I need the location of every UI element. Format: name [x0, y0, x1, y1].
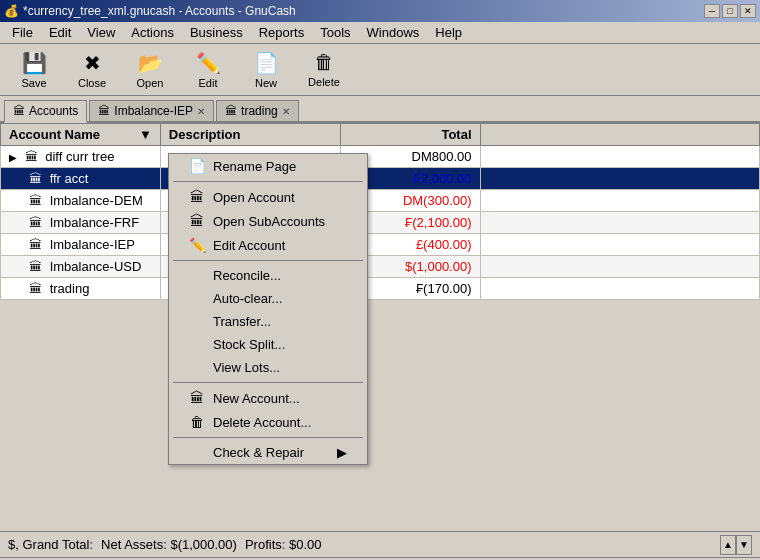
new-label: New	[255, 77, 277, 89]
context-menu-item[interactable]: 🏛Open Account	[169, 185, 367, 209]
extra-cell	[480, 278, 759, 300]
context-menu-item-label: Delete Account...	[213, 415, 311, 430]
context-menu-item-label: View Lots...	[213, 360, 280, 375]
profits-value: Profits: $0.00	[245, 537, 322, 552]
tab-trading[interactable]: 🏛 trading ✕	[216, 100, 299, 121]
account-name-cell: 🏛 ffr acct	[1, 168, 161, 190]
menu-business[interactable]: Business	[182, 23, 251, 42]
menu-view[interactable]: View	[79, 23, 123, 42]
expand-icon[interactable]: ▶	[9, 152, 17, 163]
account-name: Imbalance-USD	[50, 259, 142, 274]
context-menu-item-label: Auto-clear...	[213, 291, 282, 306]
tab-trading-label: trading	[241, 104, 278, 118]
delete-button[interactable]: 🗑 Delete	[296, 48, 352, 92]
context-menu-item[interactable]: 📄Rename Page	[169, 154, 367, 178]
tab-trading-close[interactable]: ✕	[282, 106, 290, 117]
context-menu-item[interactable]: Auto-clear...	[169, 287, 367, 310]
save-button[interactable]: 💾 Save	[6, 48, 62, 92]
open-button[interactable]: 📂 Open	[122, 48, 178, 92]
context-menu-item-label: Open Account	[213, 190, 295, 205]
scroll-controls: ▲ ▼	[720, 535, 752, 555]
context-menu-item[interactable]: 🏛Open SubAccounts	[169, 209, 367, 233]
context-menu-item[interactable]: Reconcile...	[169, 264, 367, 287]
submenu-arrow-icon: ▶	[337, 445, 347, 460]
scroll-down-button[interactable]: ▼	[736, 535, 752, 555]
account-row-icon: 🏛	[29, 237, 42, 252]
context-menu-item-icon: 🏛	[189, 390, 205, 406]
table-row[interactable]: ▶ 🏛 diff curr tree DM800.00	[1, 146, 760, 168]
main-content: Account Name ▼ Description Total ▶ 🏛 dif…	[0, 123, 760, 557]
table-row[interactable]: 🏛 ffr acct ₣2,000.00	[1, 168, 760, 190]
extra-cell	[480, 168, 759, 190]
context-menu-item[interactable]: View Lots...	[169, 356, 367, 379]
context-menu-item-icon: ✏️	[189, 237, 205, 253]
minimize-button[interactable]: ─	[704, 4, 720, 18]
context-menu-item[interactable]: Transfer...	[169, 310, 367, 333]
context-menu-item-label: Rename Page	[213, 159, 296, 174]
scroll-up-button[interactable]: ▲	[720, 535, 736, 555]
context-menu-item-icon: 📄	[189, 158, 205, 174]
tab-accounts[interactable]: 🏛 Accounts	[4, 100, 87, 123]
close-account-button[interactable]: ✖ Close	[64, 48, 120, 92]
account-name: diff curr tree	[45, 149, 114, 164]
extra-cell	[480, 234, 759, 256]
tab-imbalance-iep-close[interactable]: ✕	[197, 106, 205, 117]
context-menu-separator	[173, 382, 363, 383]
account-row-icon: 🏛	[29, 215, 42, 230]
extra-cell	[480, 146, 759, 168]
title-bar-controls: ─ □ ✕	[704, 4, 756, 18]
context-menu-item[interactable]: 🗑Delete Account...	[169, 410, 367, 434]
col-total[interactable]: Total	[340, 124, 480, 146]
menu-file[interactable]: File	[4, 23, 41, 42]
save-icon: 💾	[22, 51, 47, 75]
account-table: Account Name ▼ Description Total ▶ 🏛 dif…	[0, 123, 760, 300]
account-name: Imbalance-FRF	[50, 215, 140, 230]
imbalance-iep-tab-icon: 🏛	[98, 104, 110, 118]
menu-actions[interactable]: Actions	[123, 23, 182, 42]
context-menu-item[interactable]: ✏️Edit Account	[169, 233, 367, 257]
account-name: ffr acct	[50, 171, 89, 186]
context-menu-item[interactable]: 🏛New Account...	[169, 386, 367, 410]
col-extra	[480, 124, 759, 146]
menu-edit[interactable]: Edit	[41, 23, 79, 42]
new-icon: 📄	[254, 51, 279, 75]
context-menu-item-label: Check & Repair	[213, 445, 304, 460]
context-menu-item-icon: 🏛	[189, 213, 205, 229]
status-bar: $, Grand Total: Net Assets: $(1,000.00) …	[0, 531, 760, 557]
menu-tools[interactable]: Tools	[312, 23, 358, 42]
close-label: Close	[78, 77, 106, 89]
account-name-cell: 🏛 Imbalance-USD	[1, 256, 161, 278]
table-row[interactable]: 🏛 trading ₣(170.00)	[1, 278, 760, 300]
grand-total-label: $, Grand Total:	[8, 537, 93, 552]
menu-reports[interactable]: Reports	[251, 23, 313, 42]
close-icon: ✖	[84, 51, 101, 75]
context-menu-item[interactable]: Stock Split...	[169, 333, 367, 356]
table-row[interactable]: 🏛 Imbalance-FRF ₣(2,100.00)	[1, 212, 760, 234]
table-row[interactable]: 🏛 Imbalance-USD $(1,000.00)	[1, 256, 760, 278]
toolbar: 💾 Save ✖ Close 📂 Open ✏️ Edit 📄 New 🗑 De…	[0, 44, 760, 96]
new-button[interactable]: 📄 New	[238, 48, 294, 92]
col-account-name[interactable]: Account Name ▼	[1, 124, 161, 146]
account-name-cell: 🏛 trading	[1, 278, 161, 300]
context-menu: 📄Rename Page🏛Open Account🏛Open SubAccoun…	[168, 153, 368, 465]
account-row-icon: 🏛	[29, 193, 42, 208]
tab-imbalance-iep-label: Imbalance-IEP	[114, 104, 193, 118]
edit-icon: ✏️	[196, 51, 221, 75]
tab-imbalance-iep[interactable]: 🏛 Imbalance-IEP ✕	[89, 100, 214, 121]
table-row[interactable]: 🏛 Imbalance-IEP £(400.00)	[1, 234, 760, 256]
context-menu-item-label: Reconcile...	[213, 268, 281, 283]
col-description[interactable]: Description	[160, 124, 340, 146]
context-menu-item-label: Open SubAccounts	[213, 214, 325, 229]
close-button[interactable]: ✕	[740, 4, 756, 18]
menu-help[interactable]: Help	[427, 23, 470, 42]
account-name-cell: 🏛 Imbalance-IEP	[1, 234, 161, 256]
maximize-button[interactable]: □	[722, 4, 738, 18]
account-name: Imbalance-DEM	[50, 193, 143, 208]
context-menu-separator	[173, 437, 363, 438]
menu-windows[interactable]: Windows	[359, 23, 428, 42]
trading-tab-icon: 🏛	[225, 104, 237, 118]
edit-button[interactable]: ✏️ Edit	[180, 48, 236, 92]
account-row-icon: 🏛	[29, 171, 42, 186]
context-menu-item[interactable]: Check & Repair▶	[169, 441, 367, 464]
table-row[interactable]: 🏛 Imbalance-DEM DM(300.00)	[1, 190, 760, 212]
